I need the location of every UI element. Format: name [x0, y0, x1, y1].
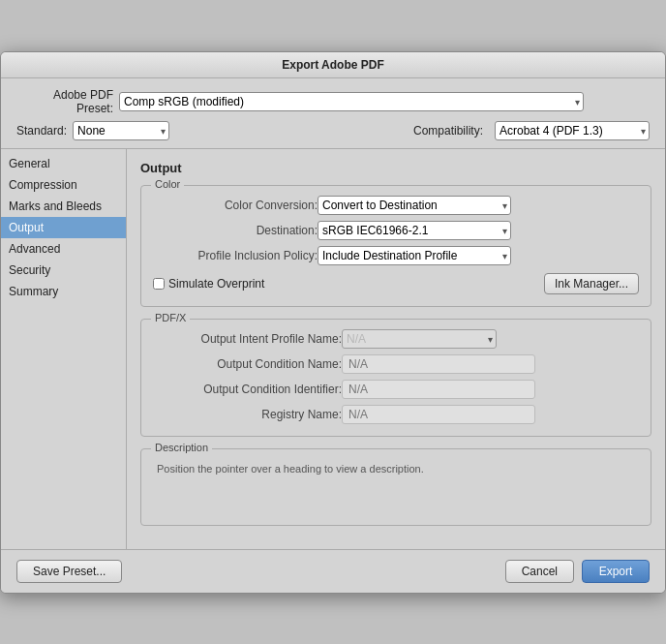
description-group-title: Description [151, 442, 212, 453]
profile-select[interactable]: Include Destination Profile Include All … [318, 246, 511, 265]
color-conversion-select-wrapper[interactable]: Convert to Destination No Color Conversi… [318, 196, 511, 215]
pdfx-group-title: PDF/X [151, 312, 190, 323]
profile-inclusion-label: Profile Inclusion Policy: [153, 249, 318, 262]
save-preset-button[interactable]: Save Preset... [16, 560, 122, 583]
sidebar: General Compression Marks and Bleeds Out… [1, 149, 127, 549]
condition-id-input[interactable] [342, 380, 535, 399]
export-button[interactable]: Export [582, 560, 650, 583]
compat-select-wrapper[interactable]: Acrobat 4 (PDF 1.3) Acrobat 5 (PDF 1.4) … [495, 121, 650, 140]
sidebar-item-output[interactable]: Output [1, 217, 126, 238]
profile-select-wrapper[interactable]: Include Destination Profile Include All … [318, 246, 511, 265]
description-text: Position the pointer over a heading to v… [153, 459, 639, 478]
bottom-bar: Save Preset... Cancel Export [1, 549, 665, 593]
destination-select[interactable]: sRGB IEC61966-2.1 Adobe RGB (1998) US We… [318, 221, 511, 240]
standard-compat-row: Standard: None PDF/X-1a PDF/X-3 PDF/X-4 … [16, 121, 650, 140]
condition-id-label: Output Condition Identifier: [153, 383, 342, 396]
sidebar-item-summary[interactable]: Summary [1, 281, 126, 302]
top-controls: Adobe PDF Preset: Comp sRGB (modified) S… [1, 78, 665, 148]
preset-row: Adobe PDF Preset: Comp sRGB (modified) [16, 88, 650, 115]
registry-input[interactable] [342, 405, 535, 424]
destination-select-wrapper[interactable]: sRGB IEC61966-2.1 Adobe RGB (1998) US We… [318, 221, 511, 240]
title-bar: Export Adobe PDF [1, 52, 665, 78]
intent-select[interactable]: N/A [342, 329, 497, 349]
color-group: Color Color Conversion: Convert to Desti… [140, 185, 651, 307]
standard-label: Standard: [16, 124, 67, 138]
window-title: Export Adobe PDF [282, 58, 384, 72]
destination-label: Destination: [153, 224, 318, 237]
compat-select[interactable]: Acrobat 4 (PDF 1.3) Acrobat 5 (PDF 1.4) … [495, 121, 650, 140]
preset-select-wrapper[interactable]: Comp sRGB (modified) [119, 92, 584, 111]
export-pdf-window: Export Adobe PDF Adobe PDF Preset: Comp … [0, 51, 666, 594]
registry-row: Registry Name: [153, 405, 639, 424]
section-title: Output [140, 161, 651, 175]
cancel-button[interactable]: Cancel [505, 560, 574, 583]
intent-profile-label: Output Intent Profile Name: [153, 332, 342, 346]
destination-row: Destination: sRGB IEC61966-2.1 Adobe RGB… [153, 221, 639, 240]
description-group: Description Position the pointer over a … [140, 448, 651, 526]
condition-name-label: Output Condition Name: [153, 357, 342, 371]
profile-inclusion-row: Profile Inclusion Policy: Include Destin… [153, 246, 639, 265]
preset-label: Adobe PDF Preset: [16, 88, 113, 115]
color-conversion-label: Color Conversion: [153, 199, 318, 212]
sidebar-item-marks-bleeds[interactable]: Marks and Bleeds [1, 196, 126, 217]
standard-select[interactable]: None PDF/X-1a PDF/X-3 PDF/X-4 [73, 121, 169, 140]
compat-label: Compatibility: [413, 124, 483, 138]
standard-select-wrapper[interactable]: None PDF/X-1a PDF/X-3 PDF/X-4 [73, 121, 169, 140]
simulate-overprint-label[interactable]: Simulate Overprint [153, 277, 264, 291]
pdfx-group: PDF/X Output Intent Profile Name: N/A Ou… [140, 319, 651, 437]
sidebar-item-general[interactable]: General [1, 153, 126, 174]
simulate-overprint-checkbox[interactable] [153, 278, 165, 290]
sidebar-item-compression[interactable]: Compression [1, 174, 126, 196]
bottom-right-buttons: Cancel Export [505, 560, 650, 583]
registry-label: Registry Name: [153, 408, 342, 421]
color-conversion-select[interactable]: Convert to Destination No Color Conversi… [318, 196, 511, 215]
condition-name-input[interactable] [342, 354, 535, 374]
sidebar-item-advanced[interactable]: Advanced [1, 238, 126, 260]
intent-select-wrapper[interactable]: N/A [342, 329, 497, 349]
color-group-title: Color [151, 178, 184, 190]
ink-manager-button[interactable]: Ink Manager... [544, 273, 639, 294]
condition-name-row: Output Condition Name: [153, 354, 639, 374]
intent-profile-row: Output Intent Profile Name: N/A [153, 329, 639, 349]
content-area: Output Color Color Conversion: Convert t… [127, 149, 665, 549]
color-conversion-row: Color Conversion: Convert to Destination… [153, 196, 639, 215]
simulate-overprint-row: Simulate Overprint Ink Manager... [153, 273, 639, 294]
sidebar-item-security[interactable]: Security [1, 260, 126, 281]
condition-id-row: Output Condition Identifier: [153, 380, 639, 399]
main-content: General Compression Marks and Bleeds Out… [1, 148, 665, 549]
preset-select[interactable]: Comp sRGB (modified) [119, 92, 584, 111]
